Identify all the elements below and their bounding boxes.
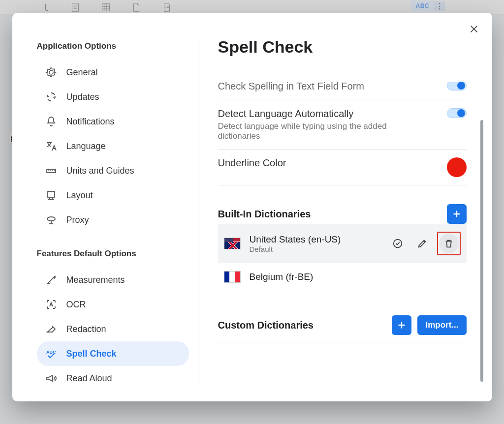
dictionary-name: Belgium (fr-BE) <box>250 272 314 282</box>
setting-underline-color: Underline Color <box>218 150 467 185</box>
sidebar-item-notifications[interactable]: Notifications <box>37 109 189 134</box>
delete-dictionary-button[interactable] <box>439 234 459 253</box>
add-custom-dictionary-button[interactable] <box>392 315 411 335</box>
set-default-button[interactable] <box>388 234 408 253</box>
setting-check-form: Check Spelling in Text Field Form <box>218 82 467 100</box>
options-dialog: Application Options General Updates Noti… <box>12 13 492 401</box>
underline-color-swatch[interactable] <box>447 157 467 177</box>
custom-dictionaries-header: Custom Dictionaries Import... <box>218 315 467 335</box>
toggle-check-form[interactable] <box>447 82 467 91</box>
modal-overlay: Application Options General Updates Noti… <box>0 0 504 424</box>
trash-icon <box>443 238 454 249</box>
sidebar-section-features: Features Default Options <box>37 249 189 259</box>
sidebar-label: Read Aloud <box>66 373 112 384</box>
sidebar-label: Proxy <box>66 215 89 225</box>
import-dictionary-button[interactable]: Import... <box>417 315 466 335</box>
gear-icon <box>45 66 58 79</box>
svg-point-5 <box>393 240 402 248</box>
sidebar-item-ocr[interactable]: OCR <box>37 292 189 317</box>
plus-icon <box>396 320 407 331</box>
pencil-icon <box>417 238 428 249</box>
svg-rect-3 <box>48 191 55 197</box>
redaction-icon <box>45 323 58 335</box>
setting-label: Detect Language Automatically <box>218 108 395 120</box>
sync-icon <box>45 91 58 103</box>
setting-sublabel: Detect language while typing using the a… <box>218 121 395 141</box>
sidebar-item-read-aloud[interactable]: Read Aloud <box>37 366 189 387</box>
setting-label: Check Spelling in Text Field Form <box>218 82 365 92</box>
sidebar-label: Notifications <box>66 117 115 127</box>
sidebar-label: Spell Check <box>66 349 117 359</box>
sidebar-item-language[interactable]: Language <box>37 134 189 158</box>
bell-icon <box>45 115 58 128</box>
sidebar-item-measurements[interactable]: Measurements <box>37 268 189 292</box>
sidebar-label: General <box>66 67 98 78</box>
dictionary-row-fr-be[interactable]: Belgium (fr-BE) <box>218 263 467 291</box>
sidebar-item-units[interactable]: Units and Guides <box>37 158 189 183</box>
sidebar-label: Language <box>66 141 106 151</box>
sidebar-item-proxy[interactable]: Proxy <box>37 208 189 232</box>
proxy-icon <box>45 213 58 226</box>
check-circle-icon <box>392 238 403 249</box>
sidebar-label: Redaction <box>66 324 106 334</box>
sidebar-item-spell-check[interactable]: ABC Spell Check <box>37 341 189 366</box>
sidebar-item-redaction[interactable]: Redaction <box>37 317 189 341</box>
translate-icon <box>45 140 58 152</box>
spellcheck-icon: ABC <box>45 347 58 360</box>
sidebar-label: Layout <box>66 190 93 201</box>
close-button[interactable] <box>467 22 481 36</box>
plus-icon <box>451 209 462 219</box>
setting-detect-language: Detect Language Automatically Detect lan… <box>218 100 467 150</box>
import-label: Import... <box>425 320 458 330</box>
sidebar-item-general[interactable]: General <box>37 60 189 85</box>
svg-text:ABC: ABC <box>46 350 56 355</box>
dictionary-default-badge: Default <box>250 245 341 253</box>
sidebar-label: OCR <box>66 300 86 310</box>
settings-scroll-area[interactable]: Check Spelling in Text Field Form Detect… <box>218 82 486 384</box>
megaphone-icon <box>45 372 58 385</box>
sidebar-label: Updates <box>66 92 99 102</box>
sidebar-item-layout[interactable]: Layout <box>37 183 189 208</box>
page-title: Spell Check <box>218 37 469 57</box>
toggle-detect-language[interactable] <box>447 108 467 118</box>
options-sidebar: Application Options General Updates Noti… <box>37 37 199 387</box>
dictionary-name: United States (en-US) <box>250 234 341 245</box>
ocr-icon <box>45 298 58 311</box>
edit-dictionary-button[interactable] <box>412 234 432 253</box>
flag-us-icon <box>224 238 241 249</box>
delete-highlight-box <box>437 232 461 255</box>
measure-icon <box>45 273 58 286</box>
add-dictionary-button[interactable] <box>447 204 467 224</box>
sidebar-section-app: Application Options <box>37 41 189 51</box>
flag-be-icon <box>224 271 241 283</box>
section-title: Custom Dictionaries <box>218 320 314 331</box>
builtin-dictionaries-header: Built-In Dictionaries <box>218 204 467 224</box>
ruler-icon <box>45 164 58 177</box>
settings-content: Spell Check Check Spelling in Text Field… <box>199 37 492 387</box>
section-title: Built-In Dictionaries <box>218 209 311 220</box>
dictionary-row-en-us[interactable]: United States (en-US) Default <box>218 224 467 263</box>
setting-label: Underline Color <box>218 157 286 169</box>
sidebar-item-updates[interactable]: Updates <box>37 85 189 109</box>
layout-icon <box>45 189 58 202</box>
sidebar-label: Units and Guides <box>66 166 134 176</box>
close-icon <box>469 24 479 34</box>
sidebar-label: Measurements <box>66 275 125 285</box>
content-scrollbar[interactable] <box>480 120 483 382</box>
